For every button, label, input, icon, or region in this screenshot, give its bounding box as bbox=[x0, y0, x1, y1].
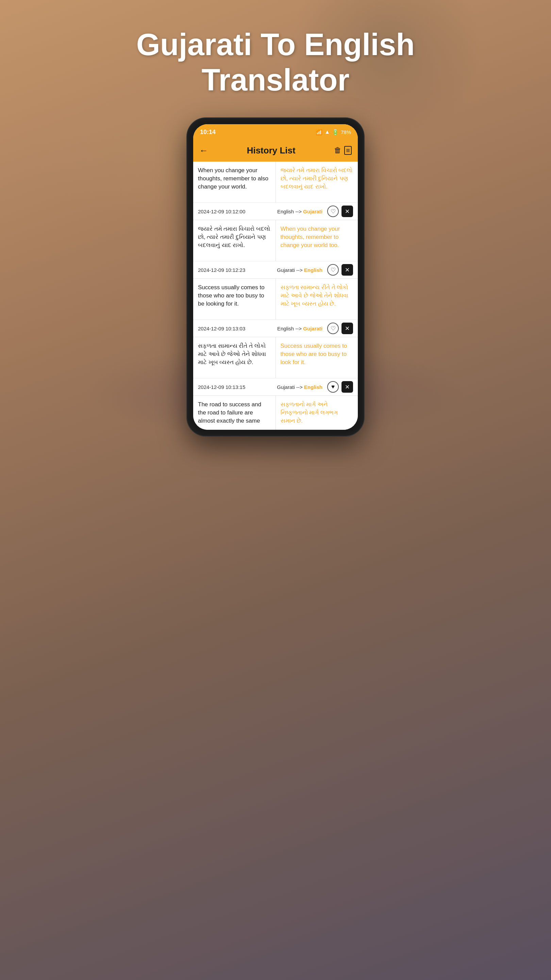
wifi-icon: ▲ bbox=[324, 129, 330, 135]
phone-mockup: 10:14 📶 ▲ 🔋 78% ← History List 🗑 ≡ bbox=[187, 118, 364, 436]
source-text-2: જ્યારે તમે તમારા વિચારો બદલો છો, ત્યારે … bbox=[193, 220, 276, 261]
status-bar: 10:14 📶 ▲ 🔋 78% bbox=[193, 124, 358, 139]
phone-shell: 10:14 📶 ▲ 🔋 78% ← History List 🗑 ≡ bbox=[187, 118, 364, 436]
meta-lang-3: English --> Gujarati bbox=[277, 326, 322, 331]
status-icons: 📶 ▲ 🔋 78% bbox=[316, 129, 351, 135]
meta-1: 2024-12-09 10:12:00 English --> Gujarati… bbox=[193, 202, 358, 220]
history-item-1: When you change your thoughts, remember … bbox=[193, 162, 358, 220]
back-button[interactable]: ← bbox=[199, 145, 208, 156]
history-item-5: The road to success and the road to fail… bbox=[193, 396, 358, 430]
delete-all-icon[interactable]: 🗑 bbox=[334, 146, 341, 155]
meta-3: 2024-12-09 10:13:03 English --> Gujarati… bbox=[193, 320, 358, 337]
delete-button-4[interactable]: ✕ bbox=[341, 381, 353, 393]
history-item-2: જ્યારે તમે તમારા વિચારો બદલો છો, ત્યારે … bbox=[193, 220, 358, 279]
translation-content-2: જ્યારે તમે તમારા વિચારો બદલો છો, ત્યારે … bbox=[193, 220, 358, 261]
status-time: 10:14 bbox=[200, 129, 216, 136]
translated-text-4: Success usually comes to those who are t… bbox=[276, 337, 358, 378]
history-item-4: સફળતા સામાન્ય રીતે તે લોકો માટે આવે છે જ… bbox=[193, 337, 358, 396]
app-header: ← History List 🗑 ≡ bbox=[193, 139, 358, 162]
delete-button-2[interactable]: ✕ bbox=[341, 264, 353, 275]
select-all-icon[interactable]: ≡ bbox=[344, 146, 352, 155]
translated-text-1: જ્યારે તમે તમારા વિચારો બદલો છો, ત્યારે … bbox=[276, 162, 358, 202]
source-text-1: When you change your thoughts, remember … bbox=[193, 162, 276, 202]
translated-text-2: When you change your thoughts, remember … bbox=[276, 220, 358, 261]
meta-lang-1: English --> Gujarati bbox=[277, 208, 322, 215]
translation-content-3: Success usually comes to those who are t… bbox=[193, 279, 358, 320]
favorite-button-2[interactable]: ♡ bbox=[327, 264, 339, 275]
source-text-3: Success usually comes to those who are t… bbox=[193, 279, 276, 320]
battery-percent: 78% bbox=[341, 129, 351, 135]
meta-date-4: 2024-12-09 10:13:15 bbox=[198, 384, 275, 390]
delete-button-1[interactable]: ✕ bbox=[341, 205, 353, 217]
favorite-button-1[interactable]: ♡ bbox=[327, 205, 339, 217]
meta-date-3: 2024-12-09 10:13:03 bbox=[198, 326, 275, 331]
meta-4: 2024-12-09 10:13:15 Gujarati --> English… bbox=[193, 378, 358, 395]
translation-content-5: The road to success and the road to fail… bbox=[193, 396, 358, 430]
delete-button-3[interactable]: ✕ bbox=[341, 323, 353, 334]
meta-date-1: 2024-12-09 10:12:00 bbox=[198, 208, 275, 215]
meta-2: 2024-12-09 10:12:23 Gujarati --> English… bbox=[193, 261, 358, 278]
history-item-3: Success usually comes to those who are t… bbox=[193, 279, 358, 337]
meta-lang-4: Gujarati --> English bbox=[277, 384, 322, 390]
meta-actions-4: ♥ ✕ bbox=[327, 381, 353, 393]
meta-date-2: 2024-12-09 10:12:23 bbox=[198, 267, 275, 273]
meta-actions-2: ♡ ✕ bbox=[327, 264, 353, 275]
favorite-button-4[interactable]: ♥ bbox=[327, 381, 339, 393]
battery-icon: 🔋 bbox=[332, 129, 339, 135]
source-text-5: The road to success and the road to fail… bbox=[193, 396, 276, 430]
translated-text-5: સફળતાનો માર્ગ અને નિષ્ફળતાનો માર્ગ લગભગ … bbox=[276, 396, 358, 430]
history-list: When you change your thoughts, remember … bbox=[193, 162, 358, 430]
page-title: Gujarati To EnglishTranslator bbox=[116, 27, 435, 98]
meta-actions-1: ♡ ✕ bbox=[327, 205, 353, 217]
header-title: History List bbox=[247, 145, 295, 156]
translation-content-1: When you change your thoughts, remember … bbox=[193, 162, 358, 202]
source-text-4: સફળતા સામાન્ય રીતે તે લોકો માટે આવે છે જ… bbox=[193, 337, 276, 378]
signal-icon: 📶 bbox=[316, 129, 322, 135]
meta-actions-3: ♡ ✕ bbox=[327, 323, 353, 334]
phone-screen: 10:14 📶 ▲ 🔋 78% ← History List 🗑 ≡ bbox=[193, 124, 358, 430]
translation-content-4: સફળતા સામાન્ય રીતે તે લોકો માટે આવે છે જ… bbox=[193, 337, 358, 378]
translated-text-3: સફળતા સામાન્ય રીતે તે લોકો માટે આવે છે જ… bbox=[276, 279, 358, 320]
meta-lang-2: Gujarati --> English bbox=[277, 267, 322, 273]
favorite-button-3[interactable]: ♡ bbox=[327, 323, 339, 334]
header-actions: 🗑 ≡ bbox=[334, 146, 352, 155]
